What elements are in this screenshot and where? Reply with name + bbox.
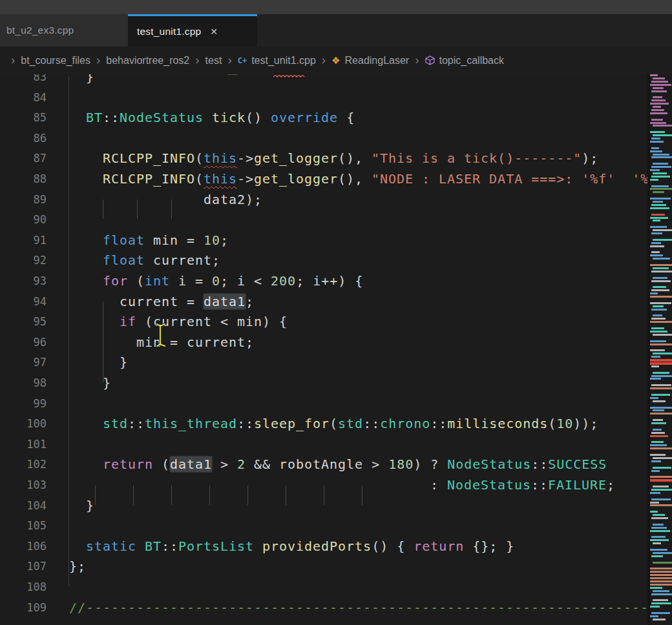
minimap-line <box>650 606 660 608</box>
minimap-line <box>653 314 662 316</box>
minimap-line <box>651 498 671 500</box>
minimap-line <box>653 334 672 336</box>
minimap-line <box>651 365 659 367</box>
breadcrumb-item-test-unit1-cpp[interactable]: C+test_unit1.cpp <box>238 55 316 67</box>
error-squiggle <box>273 75 306 79</box>
code-text: } <box>69 74 94 85</box>
minimap-line <box>650 245 664 247</box>
code-line-86[interactable]: 86 <box>0 128 647 149</box>
minimap-line <box>653 229 672 231</box>
minimap-line <box>653 590 669 592</box>
minimap-line <box>651 327 664 329</box>
code-line-88[interactable]: 88 RCLCPP_INFO(this->get_logger(), "NODE… <box>0 169 647 189</box>
breadcrumb-item-test[interactable]: test <box>205 55 222 67</box>
code-line-84[interactable]: 84 <box>0 87 647 108</box>
breadcrumb-label: test <box>205 55 222 67</box>
code-line-89[interactable]: 89 data2); <box>0 189 647 210</box>
minimap-line <box>651 517 668 519</box>
minimap-line <box>651 242 661 244</box>
code-line-93[interactable]: 93 for (int i = 0; i < 200; i++) { <box>0 271 647 291</box>
minimap-line <box>651 384 671 386</box>
minimap-line <box>650 362 672 365</box>
minimap-line <box>650 511 658 513</box>
code-line-100[interactable]: 100 std::this_thread::sleep_for(std::chr… <box>0 413 647 434</box>
minimap-line <box>651 166 671 168</box>
minimap-line <box>650 479 672 482</box>
code-line-108[interactable]: 108 <box>0 577 647 597</box>
code-text: float min = 10; <box>69 232 229 248</box>
breadcrumb-item-behaviortree-ros2[interactable]: behaviortree_ros2 <box>106 55 189 67</box>
indent-guide <box>133 486 134 505</box>
minimap-line <box>653 599 668 601</box>
code-line-91[interactable]: 91 float min = 10; <box>0 230 647 251</box>
indent-guide <box>171 486 172 505</box>
minimap-line <box>650 226 667 228</box>
minimap-line <box>651 185 669 187</box>
code-line-102[interactable]: 102 return (data1 > 2 && robotAngle > 18… <box>0 455 647 475</box>
breadcrumb-item-bt-course-files[interactable]: bt_course_files <box>21 55 90 67</box>
indent-guide <box>324 486 324 505</box>
code-line-105[interactable]: 105 <box>0 515 647 536</box>
tab-bt_u2_ex3-cpp[interactable]: bt_u2_ex3.cpp <box>0 14 128 46</box>
code-line-92[interactable]: 92 float current; <box>0 251 647 271</box>
breadcrumb: ›bt_course_files›behaviortree_ros2›test›… <box>0 46 672 74</box>
breadcrumb-item-topic-callback[interactable]: topic_callback <box>425 55 505 67</box>
minimap-line <box>653 467 671 469</box>
minimap-line <box>650 407 672 409</box>
line-number: 87 <box>0 152 47 165</box>
code-line-94[interactable]: 94 current = data1; <box>0 291 647 312</box>
breadcrumb-label: behaviortree_ros2 <box>106 55 189 67</box>
code-line-96[interactable]: 96 min = current; <box>0 332 647 353</box>
minimap-line <box>653 172 667 174</box>
code-line-87[interactable]: 87 RCLCPP_INFO(this->get_logger(), "This… <box>0 149 647 169</box>
minimap-line <box>651 232 662 234</box>
code-text: RCLCPP_INFO(this->get_logger(), "NODE : … <box>69 171 647 187</box>
code-line-83[interactable]: 83 } <box>0 74 647 87</box>
code-line-90[interactable]: 90 <box>0 209 647 230</box>
vscode-window: { "window": { "close_glyph": "✕", "tabs"… <box>0 0 672 625</box>
minimap-line <box>650 492 660 494</box>
minimap-line <box>653 163 668 165</box>
minimap-line <box>651 422 666 424</box>
minimap-line <box>650 84 671 86</box>
code-editor[interactable]: 83 }8485 BT::NodeStatus tick() override … <box>0 74 647 625</box>
code-line-107[interactable]: 107}; <box>0 557 647 577</box>
minimap-line <box>650 217 668 219</box>
code-text: return (data1 > 2 && robotAngle > 180) ?… <box>69 456 607 472</box>
minimap-line <box>650 454 666 456</box>
indent-guide <box>137 200 138 219</box>
code-line-85[interactable]: 85 BT::NodeStatus tick() override { <box>0 107 647 128</box>
line-number: 93 <box>0 274 47 287</box>
close-icon[interactable]: ✕ <box>210 27 218 36</box>
minimap-line <box>650 343 672 345</box>
tab-test_unit1-cpp[interactable]: test_unit1.cpp ✕ <box>128 14 257 46</box>
breadcrumb-item-readinglaser[interactable]: ❖ReadingLaser <box>331 55 409 67</box>
minimap-line <box>651 289 669 291</box>
minimap[interactable] <box>650 74 672 625</box>
minimap-line <box>653 429 662 431</box>
code-text: } <box>69 375 111 391</box>
code-line-101[interactable]: 101 <box>0 434 647 455</box>
minimap-line <box>650 447 672 449</box>
minimap-line <box>650 321 672 323</box>
code-text: std::this_thread::sleep_for(std::chrono:… <box>69 416 598 431</box>
line-number: 83 <box>0 74 47 83</box>
minimap-line <box>651 119 663 121</box>
clipped-text-fragment <box>227 74 238 75</box>
code-text: for (int i = 0; i < 200; i++) { <box>69 273 363 289</box>
code-line-98[interactable]: 98 } <box>0 373 647 393</box>
minimap-line <box>650 615 658 617</box>
code-line-97[interactable]: 97 } <box>0 353 647 373</box>
minimap-line <box>653 87 664 89</box>
code-line-99[interactable]: 99 <box>0 393 647 414</box>
code-text: data2); <box>69 192 262 207</box>
code-line-95[interactable]: 95 if (current < min) { <box>0 311 647 332</box>
minimap-line <box>650 292 658 294</box>
minimap-line <box>651 318 666 320</box>
code-text: BT::NodeStatus tick() override { <box>69 110 355 125</box>
code-line-106[interactable]: 106 static BT::PortsList providedPorts()… <box>0 536 647 557</box>
minimap-line <box>653 239 672 241</box>
code-line-109[interactable]: 109//-----------------------------------… <box>0 597 647 618</box>
minimap-line <box>650 74 658 76</box>
minimap-line <box>651 356 660 358</box>
